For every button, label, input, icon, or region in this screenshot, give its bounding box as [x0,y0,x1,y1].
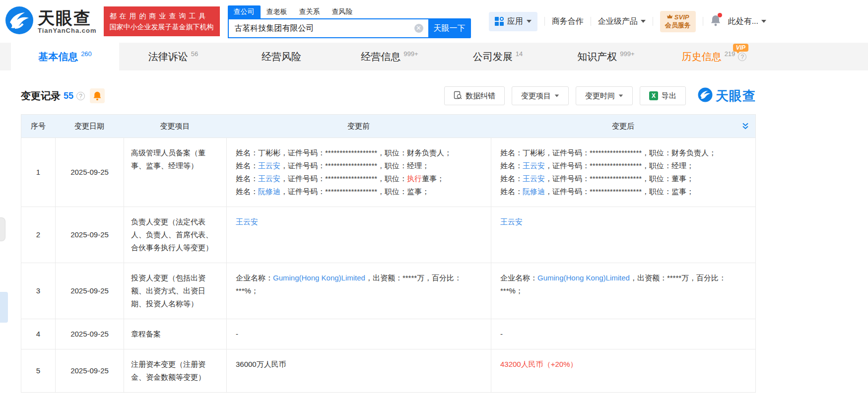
nav-enterprise-label: 企业级产品 [598,16,638,27]
logo-text: 天眼查 TianYanCha.com [38,9,97,34]
tab-operating-risk[interactable]: 经营风险 [227,43,335,70]
notifications-bell-icon[interactable] [710,14,721,28]
tab-operating-info[interactable]: 经营信息 999+ [335,43,444,70]
cell-line: - [500,328,746,341]
cell-before: 36000万人民币 [226,349,491,392]
entity-link[interactable]: 王云安 [236,217,258,226]
section-count: 55 [64,91,73,101]
button-label: 变更时间 [585,91,615,101]
cell-line: 姓名：王云安，证件号码：******************，职位：经理； [236,159,482,172]
entity-link[interactable]: 王云安 [258,161,280,170]
search-area: 查公司 查老板 查关系 查风险 ✕ 天眼一下 [228,4,471,38]
cell-line: 姓名：丁彬彬，证件号码：******************，职位：财务负责人； [500,146,746,159]
svip-membership-button[interactable]: SVIP 会员服务 [660,11,696,32]
table-row: 42025-09-25章程备案-- [21,319,755,349]
logo[interactable]: 天眼查 TianYanCha.com [5,6,97,37]
side-widget[interactable] [0,292,8,323]
search-input[interactable] [228,18,428,38]
cell-line: 企业名称：Guming(Hong Kong)Limited，出资额：*****万… [236,272,482,297]
nav-enterprise[interactable]: 企业级产品 [598,16,646,27]
cell-line: 姓名：丁彬彬，证件号码：******************，职位：财务负责人； [236,146,482,159]
notification-dot [718,13,722,17]
cell-after: 姓名：丁彬彬，证件号码：******************，职位：财务负责人；… [491,138,755,207]
brand-name: 天眼查 [38,9,97,27]
cell-project: 高级管理人员备案（董事、监事、经理等） [124,138,226,207]
text-segment: ，证件号码：******************，职位：董事； [545,174,694,183]
cell-project: 注册资本变更（注册资金、资金数额等变更） [124,349,226,392]
monitor-bell-button[interactable] [90,88,105,103]
export-button[interactable]: X 导出 [640,86,686,105]
tianyancha-eye-icon [5,6,34,37]
search-clear-icon[interactable]: ✕ [414,24,423,33]
header-after: 变更后 [491,122,755,131]
nav-cooperation[interactable]: 商务合作 [552,16,584,27]
search-button[interactable]: 天眼一下 [428,18,471,38]
entity-link[interactable]: 阮修迪 [258,187,280,196]
table-row: 32025-09-25投资人变更（包括出资额、出资方式、出资日期、投资人名称等）… [21,263,755,319]
cell-project: 投资人变更（包括出资额、出资方式、出资日期、投资人名称等） [124,263,226,319]
text-segment: 姓名： [500,187,523,196]
text-segment: 姓名： [500,174,523,183]
cell-line: 姓名：王云安，证件号码：******************，职位：经理； [500,159,746,172]
search-tab-company[interactable]: 查公司 [228,5,261,18]
text-segment: 姓名：丁彬彬，证件号码：******************，职位：财务负责人； [236,148,452,157]
cell-seq: 4 [21,319,55,349]
entity-link[interactable]: 王云安 [523,161,545,170]
table-header: 序号 变更日期 变更项目 变更前 变更后 [21,115,755,138]
watermark-logo: 天眼查 [698,87,756,105]
cell-date: 2025-09-25 [55,349,124,392]
apps-label: 应用 [507,16,523,27]
tab-intellectual-property[interactable]: 知识产权 999+ [552,43,660,70]
tab-count: 260 [81,50,92,58]
apps-grid-icon [495,17,504,26]
cell-date: 2025-09-25 [55,207,124,263]
cell-line: 姓名：王云安，证件号码：******************，职位：董事； [500,172,746,185]
tab-count: 56 [191,50,198,58]
tianyancha-eye-icon [698,87,713,104]
entity-link[interactable]: Guming(Hong Kong)Limited [273,274,365,282]
cell-project: 章程备案 [124,319,226,349]
text-segment: 企业名称： [500,274,537,282]
divider [591,17,591,26]
entity-link[interactable]: Guming(Hong Kong)Limited [537,274,630,282]
brand-domain: TianYanCha.com [38,27,97,34]
button-label: 变更项目 [521,91,551,101]
tab-company-development[interactable]: 公司发展 14 [444,43,552,70]
cell-before: 王云安 [226,207,491,263]
search-tab-relation[interactable]: 查关系 [293,5,326,18]
tab-basic-info[interactable]: 基本信息 260 [11,43,119,70]
side-panel-handle[interactable] [0,217,5,241]
help-icon[interactable]: ? [76,92,85,100]
cell-date: 2025-09-25 [55,138,124,207]
help-icon[interactable]: ? [738,53,746,61]
search-tab-risk[interactable]: 查风险 [326,5,359,18]
chevron-down-icon [527,20,532,23]
text-segment: ，证件号码：******************，职位：经理； [280,161,429,170]
entity-link[interactable]: 阮修迪 [523,187,545,196]
cell-before: 企业名称：Guming(Hong Kong)Limited，出资额：*****万… [226,263,491,319]
entity-link[interactable]: 王云安 [523,174,545,183]
cell-after: - [491,319,755,349]
search-tab-boss[interactable]: 查老板 [261,5,293,18]
data-correction-button[interactable]: 数据纠错 [444,86,505,105]
tab-history-info[interactable]: VIP 历史信息 219 ? [660,43,768,70]
cell-project: 负责人变更（法定代表人、负责人、首席代表、合伙事务执行人等变更） [124,207,226,263]
svip-sublabel: 会员服务 [665,21,691,30]
slogan-badge: 都在用的商业查询工具 国家中小企业发展子基金旗下机构 [104,6,220,36]
text-segment: ，证件号码：******************，职位：监事； [545,187,694,196]
text-segment: ，证件号码：******************，职位：经理； [545,161,694,170]
cell-line: - [236,328,482,341]
text-segment: 姓名： [236,174,258,183]
collapse-all-icon[interactable] [741,122,749,132]
entity-link[interactable]: 王云安 [258,174,280,183]
chevron-down-icon [761,20,766,23]
account-menu[interactable]: 此处有... [728,16,766,27]
change-project-filter[interactable]: 变更项目 [512,86,569,105]
tab-legal-proceedings[interactable]: 法律诉讼 56 [119,43,227,70]
apps-menu[interactable]: 应用 [489,12,537,31]
header-project: 变更项目 [124,122,226,131]
entity-link[interactable]: 王云安 [500,217,523,226]
tab-label: 知识产权 [577,50,617,64]
excel-icon: X [649,91,658,100]
change-time-filter[interactable]: 变更时间 [576,86,633,105]
